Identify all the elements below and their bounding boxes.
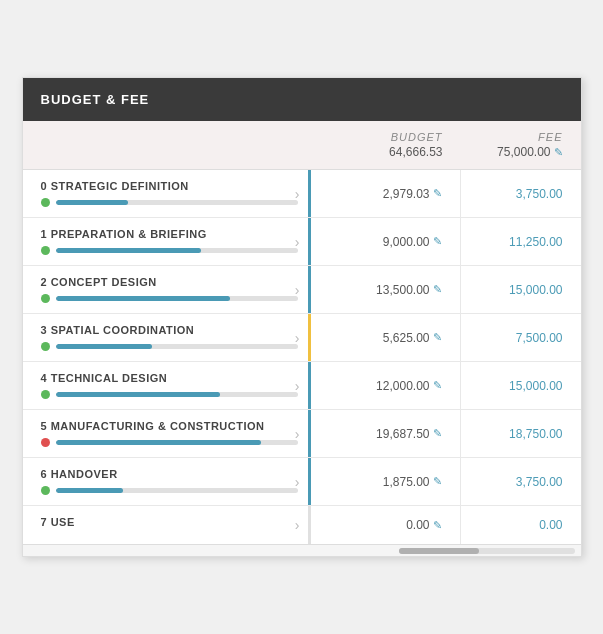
progress-bar-fill	[56, 200, 129, 205]
progress-bar-bg	[56, 296, 298, 301]
budget-edit-icon[interactable]: ✎	[433, 379, 442, 392]
row-fee: 18,750.00	[461, 410, 581, 457]
row-fee: 0.00	[461, 506, 581, 544]
fee-value: 15,000.00	[509, 283, 562, 297]
row-dot	[41, 438, 50, 447]
chevron-right-icon[interactable]: ›	[295, 234, 300, 250]
row-budget: 1,875.00 ✎	[311, 458, 461, 505]
budget-value: 13,500.00	[376, 283, 429, 297]
row-title: 2 CONCEPT DESIGN	[41, 276, 298, 288]
table-row: 3 SPATIAL COORDINATION › 5,625.00 ✎ 7,50…	[23, 314, 581, 362]
chevron-right-icon[interactable]: ›	[295, 517, 300, 533]
row-budget: 2,979.03 ✎	[311, 170, 461, 217]
table-row: 4 TECHNICAL DESIGN › 12,000.00 ✎ 15,000.…	[23, 362, 581, 410]
row-left: 1 PREPARATION & BRIEFING ›	[23, 218, 311, 265]
row-left: 0 STRATEGIC DEFINITION ›	[23, 170, 311, 217]
row-title: 1 PREPARATION & BRIEFING	[41, 228, 298, 240]
fee-value: 18,750.00	[509, 427, 562, 441]
row-title: 4 TECHNICAL DESIGN	[41, 372, 298, 384]
chevron-right-icon[interactable]: ›	[295, 378, 300, 394]
row-progress	[41, 198, 298, 207]
fee-value: 3,750.00	[516, 475, 563, 489]
row-progress	[41, 486, 298, 495]
scrollbar-area	[23, 544, 581, 556]
row-dot	[41, 198, 50, 207]
widget-title: BUDGET & FEE	[41, 92, 150, 107]
col-budget-header: BUDGET 64,666.53	[311, 121, 461, 169]
fee-value: 0.00	[539, 518, 562, 532]
budget-edit-icon[interactable]: ✎	[433, 475, 442, 488]
row-dot	[41, 294, 50, 303]
row-dot	[41, 342, 50, 351]
scrollbar-track[interactable]	[399, 548, 575, 554]
progress-bar-fill	[56, 488, 124, 493]
budget-edit-icon[interactable]: ✎	[433, 283, 442, 296]
progress-bar-bg	[56, 488, 298, 493]
row-budget: 13,500.00 ✎	[311, 266, 461, 313]
progress-bar-bg	[56, 344, 298, 349]
row-fee: 3,750.00	[461, 458, 581, 505]
budget-edit-icon[interactable]: ✎	[433, 427, 442, 440]
row-budget: 19,687.50 ✎	[311, 410, 461, 457]
row-progress	[41, 294, 298, 303]
progress-bar-fill	[56, 440, 262, 445]
chevron-right-icon[interactable]: ›	[295, 330, 300, 346]
row-progress	[41, 342, 298, 351]
table-row: 5 MANUFACTURING & CONSTRUCTION › 19,687.…	[23, 410, 581, 458]
budget-edit-icon[interactable]: ✎	[433, 331, 442, 344]
budget-value: 9,000.00	[383, 235, 430, 249]
row-fee: 7,500.00	[461, 314, 581, 361]
fee-value: 3,750.00	[516, 187, 563, 201]
budget-value: 2,979.03	[383, 187, 430, 201]
fee-value: 11,250.00	[509, 235, 562, 249]
budget-edit-icon[interactable]: ✎	[433, 187, 442, 200]
chevron-right-icon[interactable]: ›	[295, 426, 300, 442]
row-progress	[41, 390, 298, 399]
fee-label: FEE	[461, 131, 563, 143]
row-title: 6 HANDOVER	[41, 468, 298, 480]
row-fee: 15,000.00	[461, 362, 581, 409]
row-left: 6 HANDOVER ›	[23, 458, 311, 505]
row-progress	[41, 246, 298, 255]
row-budget: 0.00 ✎	[311, 506, 461, 544]
fee-value: 7,500.00	[516, 331, 563, 345]
progress-bar-fill	[56, 392, 221, 397]
budget-value: 19,687.50	[376, 427, 429, 441]
row-fee: 11,250.00	[461, 218, 581, 265]
progress-bar-bg	[56, 392, 298, 397]
budget-value: 5,625.00	[383, 331, 430, 345]
row-left: 2 CONCEPT DESIGN ›	[23, 266, 311, 313]
row-dot	[41, 486, 50, 495]
row-title: 0 STRATEGIC DEFINITION	[41, 180, 298, 192]
row-budget: 5,625.00 ✎	[311, 314, 461, 361]
row-left: 4 TECHNICAL DESIGN ›	[23, 362, 311, 409]
budget-value: 0.00	[406, 518, 429, 532]
budget-edit-icon[interactable]: ✎	[433, 519, 442, 532]
row-left: 7 USE ›	[23, 506, 311, 544]
progress-bar-bg	[56, 248, 298, 253]
chevron-right-icon[interactable]: ›	[295, 474, 300, 490]
progress-bar-fill	[56, 344, 153, 349]
budget-edit-icon[interactable]: ✎	[433, 235, 442, 248]
row-fee: 15,000.00	[461, 266, 581, 313]
row-title: 3 SPATIAL COORDINATION	[41, 324, 298, 336]
row-progress	[41, 438, 298, 447]
table-row: 0 STRATEGIC DEFINITION › 2,979.03 ✎ 3,75…	[23, 170, 581, 218]
row-title: 7 USE	[41, 516, 298, 528]
chevron-right-icon[interactable]: ›	[295, 186, 300, 202]
col-fee-header: FEE 75,000.00✎	[461, 121, 581, 169]
scrollbar-thumb[interactable]	[399, 548, 479, 554]
progress-bar-bg	[56, 200, 298, 205]
fee-total-edit-icon[interactable]: ✎	[554, 146, 563, 158]
row-fee: 3,750.00	[461, 170, 581, 217]
row-title: 5 MANUFACTURING & CONSTRUCTION	[41, 420, 298, 432]
fee-total: 75,000.00✎	[461, 145, 563, 159]
budget-value: 12,000.00	[376, 379, 429, 393]
budget-label: BUDGET	[311, 131, 443, 143]
progress-bar-bg	[56, 440, 298, 445]
budget-fee-widget: BUDGET & FEE BUDGET 64,666.53 FEE 75,000…	[22, 77, 582, 557]
table-row: 7 USE › 0.00 ✎ 0.00	[23, 506, 581, 544]
chevron-right-icon[interactable]: ›	[295, 282, 300, 298]
row-budget: 12,000.00 ✎	[311, 362, 461, 409]
fee-value: 15,000.00	[509, 379, 562, 393]
